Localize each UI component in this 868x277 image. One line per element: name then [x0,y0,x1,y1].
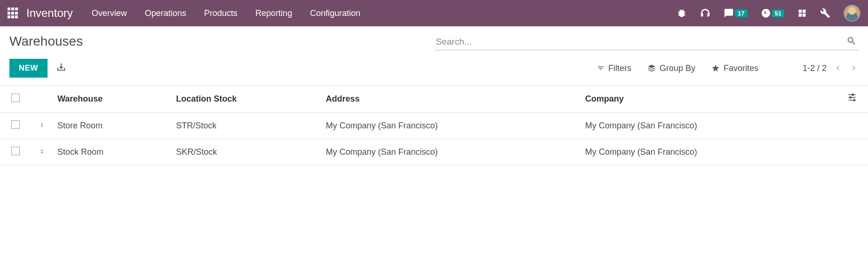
search-wrap [434,34,859,50]
col-address[interactable]: Address [321,86,580,113]
page-title: Warehouses [9,34,83,49]
support-icon[interactable] [700,8,710,18]
pager-next-icon[interactable] [849,63,859,73]
nav-products[interactable]: Products [204,8,238,18]
col-location-stock[interactable]: Location Stock [171,86,321,113]
cell-company: My Company (San Francisco) [581,139,840,166]
brand[interactable]: Inventory [26,7,73,20]
pager-prev-icon[interactable] [833,63,843,73]
groupby-label: Group By [660,63,695,73]
drag-handle-icon[interactable] [39,122,45,128]
row-checkbox[interactable] [11,147,20,155]
drag-handle-icon[interactable] [39,148,45,155]
filter-bar: Filters Group By Favorites 1-2 / 2 [597,63,859,73]
activities-badge: 51 [772,9,784,17]
cell-warehouse: Stock Room [53,139,171,166]
pager-range: 1-2 / 2 [803,63,827,73]
col-warehouse[interactable]: Warehouse [53,86,171,113]
messages-icon[interactable]: 17 [724,8,747,18]
svg-point-0 [853,99,856,102]
select-all-checkbox[interactable] [11,94,20,102]
cell-warehouse: Store Room [53,113,171,139]
apps-icon[interactable] [8,8,19,19]
col-company[interactable]: Company [581,86,840,113]
control-panel: Warehouses NEW Filters Group By Favorite… [0,26,868,85]
pager: 1-2 / 2 [803,63,859,73]
nav-right: 17 51 [677,5,860,22]
nav-configuration[interactable]: Configuration [310,8,360,18]
favorites-button[interactable]: Favorites [711,63,758,73]
tools-icon[interactable] [820,8,830,18]
filters-button[interactable]: Filters [597,63,631,73]
cell-location-stock: SKR/Stock [171,139,321,166]
grid-icon[interactable] [797,8,807,18]
avatar[interactable] [844,5,860,22]
nav-reporting[interactable]: Reporting [255,8,292,18]
nav-operations[interactable]: Operations [145,8,186,18]
search-icon[interactable] [846,36,857,48]
table-row[interactable]: Store Room STR/Stock My Company (San Fra… [0,113,868,139]
svg-point-1 [849,96,852,99]
warehouse-table: Warehouse Location Stock Address Company… [0,85,868,166]
svg-point-2 [852,94,854,96]
import-icon[interactable] [56,62,66,75]
table-row[interactable]: Stock Room SKR/Stock My Company (San Fra… [0,139,868,166]
cell-address: My Company (San Francisco) [321,139,580,166]
row-checkbox[interactable] [11,120,20,129]
new-button[interactable]: NEW [9,59,48,78]
messages-badge: 17 [735,9,747,17]
favorites-label: Favorites [724,63,758,73]
cell-address: My Company (San Francisco) [321,113,580,139]
activities-icon[interactable]: 51 [761,8,784,18]
cell-location-stock: STR/Stock [171,113,321,139]
bug-icon[interactable] [677,8,687,18]
cell-company: My Company (San Francisco) [581,113,840,139]
filters-label: Filters [608,63,631,73]
nav-overview[interactable]: Overview [92,8,127,18]
nav-menu: Overview Operations Products Reporting C… [92,8,360,18]
navbar: Inventory Overview Operations Products R… [0,0,868,26]
groupby-button[interactable]: Group By [647,63,695,73]
column-settings-icon[interactable] [847,95,857,104]
search-input[interactable] [434,34,859,50]
